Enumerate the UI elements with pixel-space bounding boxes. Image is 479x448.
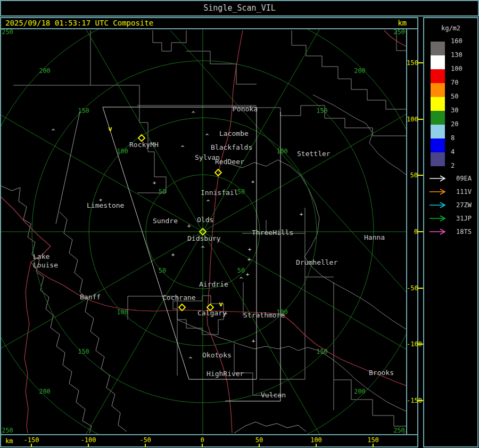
site-diamond-icon <box>215 169 221 176</box>
azimuth-radials <box>1 29 406 434</box>
city-label: Lacombe <box>219 129 249 137</box>
svg-text:150: 150 <box>316 348 328 355</box>
svg-text:+: + <box>252 338 255 345</box>
bottom-axis-tick-mark <box>259 444 260 447</box>
svg-text:250: 250 <box>2 427 13 434</box>
svg-text:+: + <box>247 256 251 263</box>
city-label: Vulcan <box>261 391 286 399</box>
svg-text:^: ^ <box>205 133 209 140</box>
city-label: Olds <box>197 216 213 224</box>
colorbar-value-label: 30 <box>451 107 458 114</box>
city-label: Brooks <box>369 369 394 377</box>
city-label: Airdrie <box>199 280 228 288</box>
right-axis-tick-label: -50 <box>407 284 418 292</box>
colorbar-value-label: 160 <box>451 37 463 45</box>
svg-text:v: v <box>219 300 223 308</box>
colorbar-swatch <box>431 55 445 69</box>
radar-map-svg[interactable]: 5050505010010010010015015015015020020020… <box>1 29 406 434</box>
bottom-axis-unit-label: km <box>5 437 13 445</box>
city-label: Cochrane <box>162 294 196 302</box>
rivers <box>177 95 406 411</box>
bottom-axis-tick-label: 50 <box>243 436 275 444</box>
city-label: HighRiver <box>207 370 244 378</box>
bottom-distance-axis: km -150-100-50050100150 <box>0 435 418 448</box>
svg-text:+: + <box>171 251 175 258</box>
right-axis-tick-mark <box>418 119 423 120</box>
radar-map-canvas[interactable]: 5050505010010010010015015015015020020020… <box>1 29 406 434</box>
svg-text:250: 250 <box>2 29 13 36</box>
radar-arrow-icon <box>428 188 450 196</box>
city-label: Hanna <box>364 233 385 241</box>
colorbar-swatch <box>431 139 445 152</box>
right-axis-tick-label: -100 <box>407 340 418 348</box>
city-label: RockyMH <box>129 141 159 149</box>
colorbar-swatch <box>431 69 445 83</box>
svg-text:^: ^ <box>224 312 228 319</box>
site-diamond-icon <box>179 304 185 311</box>
bottom-axis-tick-label: 0 <box>186 436 218 444</box>
radar-arrow-icon <box>428 175 450 182</box>
city-label: Stettler <box>297 150 331 158</box>
right-axis-tick-mark <box>418 288 423 289</box>
colorbar-swatch <box>431 125 445 139</box>
city-label: Okotoks <box>202 351 232 359</box>
city-label: Innisfail <box>201 189 238 197</box>
bottom-axis-tick-label: -150 <box>15 436 47 444</box>
svg-text:250: 250 <box>393 427 405 434</box>
svg-text:50: 50 <box>159 188 166 196</box>
radar-id-label: 18TS <box>456 228 472 235</box>
radar-legend-row: 09EA <box>428 175 450 182</box>
svg-text:+: + <box>187 223 191 230</box>
svg-text:*: * <box>251 180 255 186</box>
right-axis-tick-label: 0 <box>407 228 418 235</box>
radar-app-window: Single_Scan_VIL 2025/09/18 01:53:17 UTC … <box>0 0 479 448</box>
radar-id-label: 09EA <box>456 175 472 182</box>
right-axis-tick-mark <box>418 344 423 345</box>
colorbar-value-label: 2 <box>451 162 455 169</box>
scan-timestamp: 2025/09/18 01:53:17 UTC Composite <box>5 18 153 28</box>
right-distance-axis: 150100500-50-100-150 <box>407 29 423 434</box>
radar-legend-row: 111V <box>428 188 450 196</box>
right-axis-tick-label: -150 <box>407 397 418 404</box>
city-label: Ponoka <box>233 105 258 113</box>
bottom-axis-tick-mark <box>88 444 89 447</box>
svg-text:^: ^ <box>189 356 193 363</box>
bottom-axis-tick-mark <box>145 444 146 447</box>
bottom-axis-tick-label: 100 <box>300 436 332 444</box>
svg-text:+: + <box>248 246 252 253</box>
svg-text:100: 100 <box>276 148 288 155</box>
svg-text:50: 50 <box>237 267 245 274</box>
right-axis-tick-mark <box>418 400 423 401</box>
bottom-axis-tick-mark <box>373 444 374 447</box>
bottom-axis-tick-mark <box>316 444 317 447</box>
svg-text:+: + <box>153 180 156 186</box>
bottom-axis-tick-label: -100 <box>72 436 104 444</box>
colorbar-value-label: 50 <box>451 93 458 100</box>
right-axis-tick-label: 50 <box>407 172 418 179</box>
city-label: RedDeer <box>215 158 244 166</box>
svg-text:^: ^ <box>201 245 205 252</box>
svg-text:50: 50 <box>237 188 245 196</box>
right-axis-tick-label: 100 <box>407 116 418 123</box>
window-title: Single_Scan_VIL <box>203 3 275 13</box>
radar-legend-row: 27ZW <box>428 201 450 209</box>
colorbar-unit-label: kg/m2 <box>424 25 477 32</box>
svg-text:^: ^ <box>192 110 195 117</box>
colorbar-value-label: 100 <box>451 65 463 72</box>
colorbar-swatch <box>431 83 445 97</box>
right-axis-tick-mark <box>418 175 423 176</box>
colorbar-value-label: 20 <box>451 120 458 128</box>
radar-id-label: 31JP <box>456 215 472 222</box>
colorbar-value-label: 8 <box>451 134 455 142</box>
colorbar-value-label: 4 <box>451 148 455 156</box>
colorbar-swatch <box>431 152 445 166</box>
right-axis-tick-mark <box>418 62 423 63</box>
svg-text:100: 100 <box>117 148 128 155</box>
colorbar-value-label: 130 <box>451 51 463 59</box>
city-label: ThreeHills <box>252 229 293 237</box>
radar-arrow-icon <box>428 215 450 222</box>
svg-text:200: 200 <box>354 67 366 75</box>
svg-text:^: ^ <box>52 128 55 135</box>
radar-arrow-icon <box>428 201 450 209</box>
radar-id-label: 27ZW <box>456 201 472 209</box>
